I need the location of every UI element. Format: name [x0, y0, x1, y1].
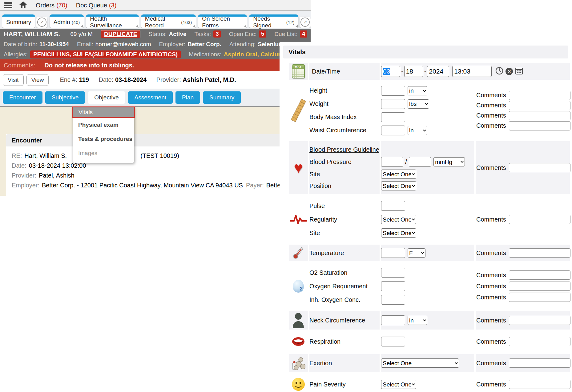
orders-menu-item[interactable]: Orders(70)	[36, 2, 67, 9]
height-unit-select[interactable]: in	[408, 86, 427, 95]
temperature-unit-select[interactable]: F	[408, 248, 425, 258]
bp-site-label: Site	[309, 171, 320, 178]
exertion-select[interactable]: Select One	[381, 358, 459, 368]
o2-saturation-comments-input[interactable]	[509, 270, 570, 280]
enc-date-value: 03-18-2024	[115, 76, 147, 83]
home-icon[interactable]	[19, 1, 27, 10]
pain-comments-input[interactable]	[509, 380, 570, 389]
bp-unit-select[interactable]: mmHg	[433, 157, 465, 166]
patient-banner-row3: Allergies: PENICILLINS, SULFA(SULFONAMID…	[0, 49, 311, 59]
bmi-input[interactable]	[381, 112, 405, 122]
clock-icon[interactable]	[495, 67, 503, 76]
bp-site-select[interactable]: Select One	[381, 170, 416, 179]
vitals-pain-group: Pain Severity Select One Comments	[289, 376, 570, 392]
tab-admin[interactable]: Admin(40)	[50, 14, 84, 28]
pain-severity-select[interactable]: Select One	[381, 380, 416, 389]
pulse-input[interactable]	[381, 201, 405, 211]
re-chart-id: (TEST-10019)	[140, 152, 179, 159]
height-comments-input[interactable]	[509, 91, 570, 100]
exertion-label: Exertion	[309, 360, 332, 367]
heart-icon	[289, 141, 308, 194]
objective-dropdown-menu: Vitals Physical exam Tests & procedures …	[73, 106, 134, 163]
neck-circumference-input[interactable]	[381, 315, 405, 325]
bp-systolic-input[interactable]	[381, 157, 403, 167]
tab-medical-record[interactable]: Medical Record(163)	[141, 14, 196, 28]
oxygen-requirement-comments-input[interactable]	[509, 282, 570, 291]
neck-comments-input[interactable]	[509, 316, 570, 325]
doc-queue-menu-item[interactable]: Doc Queue(3)	[76, 2, 117, 9]
visit-button[interactable]: Visit	[3, 74, 24, 86]
pulse-comments-input[interactable]	[509, 215, 570, 224]
nav-encounter-button[interactable]: Encounter	[3, 91, 42, 104]
employer-label: Employer:	[159, 41, 186, 48]
nav-plan-button[interactable]: Plan	[175, 91, 200, 104]
bp-position-select[interactable]: Select One	[381, 181, 416, 190]
enc-number-label: Enc #:	[60, 76, 77, 83]
time-input[interactable]	[452, 66, 492, 77]
menu-item-images[interactable]: Images	[73, 146, 134, 160]
tab-on-screen-forms[interactable]: On Screen Forms	[198, 14, 247, 28]
patient-age-sex: 69 y/o M	[70, 31, 93, 38]
weight-input[interactable]	[381, 99, 405, 109]
nav-objective-button[interactable]: Objective	[88, 91, 125, 104]
bp-diastolic-input[interactable]	[409, 157, 431, 167]
allergies-badge[interactable]: PENICILLINS, SULFA(SULFONAMIDE ANTIBIOTI…	[30, 50, 181, 58]
neck-unit-select[interactable]: in	[408, 316, 427, 325]
menu-item-tests-procedures[interactable]: Tests & procedures	[73, 132, 134, 146]
tabs-popout-button[interactable]	[300, 17, 311, 28]
inh-oxygen-conc-comments-input[interactable]	[509, 293, 570, 302]
re-label: RE:	[12, 152, 22, 159]
temperature-input[interactable]	[381, 248, 405, 258]
clear-date-icon[interactable]	[506, 68, 513, 75]
summary-popout-button[interactable]	[36, 17, 47, 28]
pulse-regularity-select[interactable]: Select One	[381, 215, 416, 224]
nav-summary-button[interactable]: Summary	[203, 91, 241, 104]
vitals-temperature-group: Temperature F Comments	[289, 245, 570, 261]
respiration-input[interactable]	[381, 337, 405, 346]
respiration-comments-input[interactable]	[509, 337, 570, 346]
inh-oxygen-conc-input[interactable]	[381, 295, 405, 305]
date-year-input[interactable]	[427, 66, 449, 77]
tab-needs-signed[interactable]: Needs Signed(12)	[249, 14, 298, 28]
soap-toolbar: Encounter Subjective Objective Assessmen…	[0, 89, 311, 107]
nav-assessment-button[interactable]: Assessment	[128, 91, 173, 104]
calendar-picker-icon[interactable]	[515, 67, 523, 76]
view-button[interactable]: View	[26, 74, 49, 86]
o2-saturation-input[interactable]	[381, 268, 405, 278]
duplicate-badge[interactable]: DUPLICATE	[101, 30, 140, 38]
comments-label: Comments	[476, 272, 506, 279]
chart-tabs-bar: Summary Admin(40) Health Surveillance Me…	[0, 11, 311, 29]
waist-unit-select[interactable]: in	[408, 126, 427, 135]
vitals-panel-header: Vitals	[283, 46, 568, 58]
tab-health-surveillance[interactable]: Health Surveillance	[86, 14, 139, 28]
waist-comments-input[interactable]	[509, 121, 570, 130]
menu-item-vitals[interactable]: Vitals	[72, 106, 135, 118]
open-enc-count-badge[interactable]: 5	[259, 30, 266, 38]
weight-unit-select[interactable]: lbs	[408, 99, 429, 109]
hamburger-menu-icon[interactable]	[4, 2, 12, 8]
date-day-input[interactable]	[404, 66, 423, 77]
date-month-input[interactable]: 03	[381, 66, 400, 77]
exertion-comments-input[interactable]	[509, 358, 570, 368]
bmi-comments-input[interactable]	[509, 111, 570, 120]
weight-comments-input[interactable]	[509, 101, 570, 110]
blood-pressure-guideline-link[interactable]: Blood Pressure Guideline	[309, 146, 379, 153]
pulse-site-label: Site	[309, 230, 320, 237]
vitals-oxygen-group: 2 O2 Saturation Oxygen Requirement Inh. …	[289, 266, 570, 307]
due-list-count-badge[interactable]: 4	[300, 30, 307, 38]
pulse-site-select[interactable]: Select One	[381, 228, 416, 238]
temperature-comments-input[interactable]	[509, 248, 570, 258]
comments-label: Comments	[476, 102, 506, 109]
open-in-new-icon	[300, 18, 310, 27]
comments-label: Comments	[476, 112, 506, 119]
menu-item-physical-exam[interactable]: Physical exam	[73, 118, 134, 132]
nav-subjective-button[interactable]: Subjective	[45, 91, 85, 104]
tab-summary[interactable]: Summary	[2, 14, 35, 28]
comments-alert-bar: Comments: Do not release info to sibling…	[0, 59, 311, 71]
vitals-neck-group: Neck Circumference in Comments	[289, 311, 570, 330]
tasks-count-badge[interactable]: 3	[213, 30, 221, 38]
height-input[interactable]	[381, 86, 405, 96]
waist-input[interactable]	[381, 126, 405, 135]
bp-comments-input[interactable]	[509, 163, 570, 172]
oxygen-requirement-input[interactable]	[381, 281, 405, 291]
